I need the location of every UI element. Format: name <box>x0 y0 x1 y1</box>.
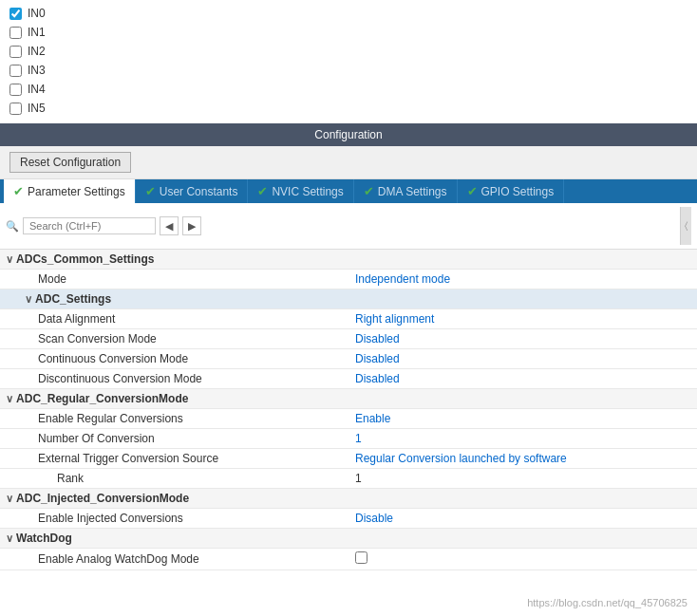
analog-watchdog-checkbox[interactable] <box>355 551 367 564</box>
tab-check-icon: ✔ <box>13 184 24 198</box>
checkbox-item-in3: IN3 <box>9 61 688 80</box>
search-bar: 🔍 ◀ ▶ 〈 <box>0 203 697 250</box>
param-label: Number Of Conversion <box>0 429 349 449</box>
expand-icon[interactable]: ∨ <box>6 493 16 504</box>
checkbox-item-in1: IN1 <box>9 23 688 42</box>
param-label: Scan Conversion Mode <box>0 329 349 349</box>
nav-next-button[interactable]: ▶ <box>182 216 201 235</box>
param-row: Number Of Conversion1 <box>0 429 697 449</box>
watermark: https://blog.csdn.net/qq_45706825 <box>527 597 688 608</box>
search-icon: 🔍 <box>6 220 19 233</box>
param-label: Data Alignment <box>0 309 349 329</box>
param-label: External Trigger Conversion Source <box>0 449 349 469</box>
group-label: ∨ ADC_Regular_ConversionMode <box>0 389 697 409</box>
param-value[interactable]: Enable <box>349 409 697 429</box>
param-row: Scan Conversion ModeDisabled <box>0 329 697 349</box>
tab-user-constants[interactable]: ✔User Constants <box>136 179 249 203</box>
param-row: ModeIndependent mode <box>0 270 697 289</box>
config-header-text: Configuration <box>314 128 382 141</box>
tab-nvic-settings[interactable]: ✔NVIC Settings <box>248 179 353 203</box>
reset-config-button[interactable]: Reset Configuration <box>9 152 131 173</box>
checkbox-label-in1: IN1 <box>28 26 46 39</box>
tab-check-icon: ✔ <box>467 184 478 198</box>
tab-parameter-settings[interactable]: ✔Parameter Settings <box>4 179 136 203</box>
checkbox-item-in4: IN4 <box>9 80 688 99</box>
group-label: ∨ ADCs_Common_Settings <box>0 250 697 270</box>
param-row: Data AlignmentRight alignment <box>0 309 697 329</box>
param-label: Enable Injected Conversions <box>0 509 349 529</box>
checkbox-in1[interactable] <box>9 27 22 39</box>
checkbox-list: IN0IN1IN2IN3IN4IN5 <box>0 0 697 121</box>
param-check-row: Enable Analog WatchDog Mode <box>0 549 697 570</box>
subgroup-label: ∨ ADC_Settings <box>0 289 697 309</box>
tab-label: Parameter Settings <box>28 185 125 198</box>
config-header: Configuration <box>0 123 697 146</box>
param-row: Enable Regular ConversionsEnable <box>0 409 697 429</box>
rank-label: Rank <box>0 469 349 489</box>
tab-label: GPIO Settings <box>481 185 555 198</box>
param-label: Enable Regular Conversions <box>0 409 349 429</box>
tab-label: DMA Settings <box>378 185 447 198</box>
param-check-label: Enable Analog WatchDog Mode <box>0 549 349 570</box>
param-value[interactable]: Right alignment <box>349 309 697 329</box>
group-row: ∨ ADC_Injected_ConversionMode <box>0 489 697 509</box>
expand-handle[interactable]: 〈 <box>680 207 691 245</box>
group-row: ∨ ADCs_Common_Settings <box>0 250 697 270</box>
param-row: External Trigger Conversion SourceRegula… <box>0 449 697 469</box>
group-row: ∨ ADC_Regular_ConversionMode <box>0 389 697 409</box>
tab-check-icon: ✔ <box>145 184 156 198</box>
checkbox-label-in3: IN3 <box>28 64 46 77</box>
rank-row: Rank1 <box>0 469 697 489</box>
tab-label: User Constants <box>160 185 238 198</box>
checkbox-in5[interactable] <box>9 103 22 115</box>
group-label: ∨ ADC_Injected_ConversionMode <box>0 489 697 509</box>
settings-table: ∨ ADCs_Common_SettingsModeIndependent mo… <box>0 250 697 570</box>
checkbox-item-in0: IN0 <box>9 4 688 23</box>
tab-label: NVIC Settings <box>272 185 343 198</box>
checkbox-label-in5: IN5 <box>28 102 46 115</box>
checkbox-label-in4: IN4 <box>28 83 46 96</box>
subgroup-indent <box>6 292 25 306</box>
rank-value: 1 <box>349 469 697 489</box>
checkbox-in0[interactable] <box>9 8 22 20</box>
param-row: Enable Injected ConversionsDisable <box>0 509 697 529</box>
param-row: Discontinuous Conversion ModeDisabled <box>0 369 697 389</box>
nav-prev-button[interactable]: ◀ <box>160 216 179 235</box>
tab-dma-settings[interactable]: ✔DMA Settings <box>354 179 458 203</box>
settings-content: ∨ ADCs_Common_SettingsModeIndependent mo… <box>0 250 697 616</box>
checkbox-in4[interactable] <box>9 84 22 96</box>
param-label: Mode <box>0 270 349 289</box>
param-value[interactable]: Disabled <box>349 329 697 349</box>
tab-check-icon: ✔ <box>364 184 374 198</box>
param-value[interactable]: Disabled <box>349 349 697 369</box>
param-value[interactable]: Independent mode <box>349 270 697 289</box>
tab-gpio-settings[interactable]: ✔GPIO Settings <box>458 179 565 203</box>
param-value[interactable]: Regular Conversion launched by software <box>349 449 697 469</box>
expand-icon[interactable]: ∨ <box>6 253 16 265</box>
tab-check-icon: ✔ <box>257 184 268 198</box>
subgroup-row: ∨ ADC_Settings <box>0 289 697 309</box>
checkbox-in2[interactable] <box>9 46 22 58</box>
param-check-value <box>349 549 697 570</box>
checkbox-label-in0: IN0 <box>28 7 46 20</box>
expand-icon[interactable]: ∨ <box>6 393 16 404</box>
param-label: Discontinuous Conversion Mode <box>0 369 349 389</box>
param-value[interactable]: 1 <box>349 429 697 449</box>
checkbox-label-in2: IN2 <box>28 45 46 58</box>
expand-icon[interactable]: ∨ <box>6 532 16 544</box>
checkbox-section: IN0IN1IN2IN3IN4IN5 <box>0 0 697 123</box>
expand-icon[interactable]: ∨ <box>25 293 35 305</box>
search-input[interactable] <box>23 217 156 234</box>
group-row: ∨ WatchDog <box>0 529 697 549</box>
checkbox-in3[interactable] <box>9 65 22 77</box>
reset-bar: Reset Configuration <box>0 146 697 179</box>
param-row: Continuous Conversion ModeDisabled <box>0 349 697 369</box>
param-value[interactable]: Disable <box>349 509 697 529</box>
param-label: Continuous Conversion Mode <box>0 349 349 369</box>
param-value[interactable]: Disabled <box>349 369 697 389</box>
tabs-bar: ✔Parameter Settings✔User Constants✔NVIC … <box>0 179 697 203</box>
checkbox-item-in5: IN5 <box>9 99 688 118</box>
group-label: ∨ WatchDog <box>0 529 697 549</box>
checkbox-item-in2: IN2 <box>9 42 688 61</box>
